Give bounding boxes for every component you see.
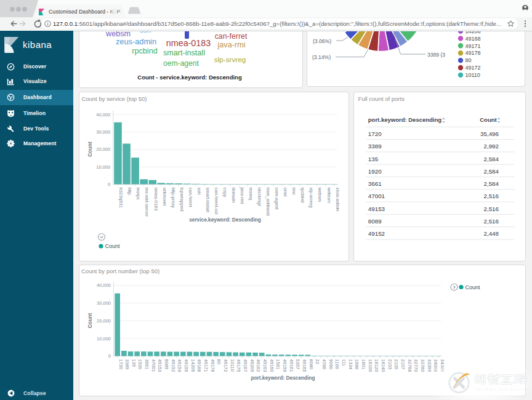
svg-text:40,000: 40,000 [97, 282, 111, 288]
svg-text:1581: 1581 [275, 359, 281, 370]
svg-text:smart-install: smart-install [204, 187, 210, 212]
svg-text:111: 111 [341, 359, 346, 366]
svg-text:Count by port number (top 50): Count by port number (top 50) [81, 268, 159, 274]
svg-text:80: 80 [216, 359, 222, 364]
svg-text:3661: 3661 [144, 359, 150, 370]
svg-text:20,000: 20,000 [96, 146, 110, 152]
svg-text:1801: 1801 [360, 359, 366, 370]
svg-text:10,000: 10,000 [97, 336, 111, 342]
svg-text:49175: 49175 [236, 359, 241, 372]
svg-text:msrpc: msrpc [135, 187, 141, 200]
svg-text:2,584: 2,584 [483, 167, 499, 174]
svg-text:2107: 2107 [400, 359, 405, 370]
svg-text:2,584: 2,584 [483, 155, 499, 162]
svg-text:ormi: ormi [283, 187, 288, 196]
svg-text:1720: 1720 [118, 359, 123, 370]
svg-text:tcpwrapped: tcpwrapped [179, 187, 184, 211]
svg-text:49172: 49172 [465, 65, 481, 71]
svg-text:Count: Count [87, 313, 93, 329]
svg-text:49163: 49163 [262, 359, 268, 372]
svg-text:30,000: 30,000 [96, 129, 110, 135]
svg-text:2,516: 2,516 [483, 218, 499, 225]
svg-text:ssh: ssh [196, 187, 201, 194]
svg-text:49154: 49154 [177, 359, 182, 372]
svg-text:port.keyword: Descending: port.keyword: Descending [368, 116, 441, 122]
svg-text:10,000: 10,000 [96, 164, 110, 169]
svg-text:5357: 5357 [295, 359, 300, 370]
svg-text:14206: 14206 [190, 359, 195, 372]
svg-text:8089: 8089 [164, 359, 169, 370]
svg-text:zeus-admin: zeus-admin [334, 187, 340, 211]
svg-text:8089: 8089 [368, 218, 382, 225]
svg-text:49171: 49171 [465, 43, 481, 49]
svg-text:oem-agent: oem-agent [274, 187, 280, 210]
svg-text:18140: 18140 [380, 359, 385, 372]
svg-text:49152: 49152 [170, 359, 175, 372]
svg-text:2,992: 2,992 [483, 143, 499, 150]
svg-text:2105: 2105 [393, 359, 399, 370]
svg-text:(3.06%): (3.06%) [313, 38, 331, 44]
svg-text:49167: 49167 [243, 359, 248, 372]
svg-text:2103: 2103 [387, 359, 392, 370]
svg-text:1100: 1100 [334, 359, 340, 369]
svg-text:4786: 4786 [321, 359, 326, 370]
svg-text:49171: 49171 [203, 359, 209, 372]
svg-text:Count by service (top 50): Count by service (top 50) [81, 95, 147, 102]
svg-text:18100: 18100 [367, 359, 373, 372]
svg-text:49209: 49209 [249, 359, 254, 372]
svg-text:49162: 49162 [256, 359, 261, 372]
svg-text:3389 (3: 3389 (3 [427, 52, 445, 58]
svg-text:java-rmi: java-rmi [240, 186, 245, 204]
svg-text:rpcbind: rpcbind [300, 187, 305, 202]
svg-text:nlockmgr: nlockmgr [257, 187, 262, 206]
svg-text:9090: 9090 [328, 359, 333, 370]
svg-text:1688: 1688 [354, 359, 360, 370]
svg-text:Count: Count [87, 142, 93, 157]
svg-text:49178: 49178 [465, 50, 481, 56]
svg-text:http-proxy: http-proxy [170, 187, 175, 208]
svg-text:0: 0 [108, 353, 110, 359]
svg-text:2,584: 2,584 [483, 180, 499, 187]
svg-text:1920: 1920 [137, 359, 143, 370]
svg-text:domain: domain [230, 187, 236, 202]
svg-text:49165: 49165 [301, 359, 307, 372]
svg-text:(3.14%): (3.14%) [312, 54, 331, 60]
svg-text:http: http [127, 187, 132, 195]
svg-text:49155: 49155 [183, 359, 189, 372]
svg-text:1334: 1334 [347, 359, 353, 370]
svg-text:3661: 3661 [368, 180, 382, 187]
svg-text:10110: 10110 [465, 72, 480, 78]
svg-text:1920: 1920 [368, 167, 382, 174]
svg-text:30,000: 30,000 [97, 300, 111, 306]
svg-text:8080: 8080 [308, 359, 313, 370]
svg-text:can-ferret-ssl: can-ferret-ssl [213, 187, 219, 214]
svg-text:49152: 49152 [368, 230, 385, 237]
svg-text:2,516: 2,516 [483, 193, 499, 199]
svg-text:can-ferret: can-ferret [187, 187, 193, 207]
svg-text:49178: 49178 [209, 359, 215, 372]
svg-text:49160: 49160 [268, 359, 274, 372]
svg-text:20,000: 20,000 [97, 318, 111, 324]
svg-text:3389: 3389 [368, 143, 382, 150]
svg-text:80: 80 [465, 57, 472, 63]
svg-text:copy: copy [222, 187, 227, 197]
svg-text:49172: 49172 [223, 359, 228, 372]
svg-text:49153: 49153 [368, 205, 385, 212]
svg-text:3389: 3389 [124, 359, 130, 370]
svg-text:135: 135 [368, 155, 379, 162]
svg-text:service.keyword: Descending: service.keyword: Descending [189, 216, 261, 222]
svg-text:10110: 10110 [229, 359, 235, 372]
svg-text:22: 22 [315, 359, 320, 364]
svg-text:Count: Count [465, 284, 480, 290]
svg-text:2,448: 2,448 [483, 230, 499, 237]
svg-text:47001: 47001 [150, 359, 156, 372]
svg-text:1720: 1720 [368, 130, 382, 137]
svg-text:49161: 49161 [288, 359, 294, 372]
svg-text:websm: websm [317, 186, 323, 202]
svg-text:2,516: 2,516 [483, 205, 499, 212]
svg-text:18120: 18120 [374, 359, 379, 372]
svg-text:49159: 49159 [282, 359, 288, 372]
svg-text:49168: 49168 [465, 36, 481, 42]
svg-text:Count: Count [105, 243, 120, 249]
svg-text:0: 0 [108, 182, 110, 187]
